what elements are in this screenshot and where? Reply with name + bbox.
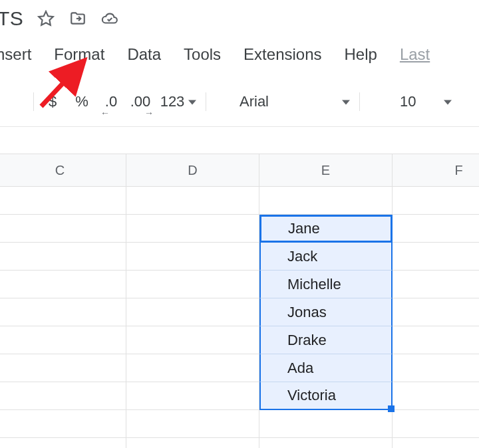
cell[interactable] bbox=[259, 187, 393, 215]
svg-marker-0 bbox=[39, 11, 54, 25]
grid-row bbox=[0, 187, 479, 215]
cell[interactable] bbox=[126, 243, 259, 271]
cell[interactable] bbox=[0, 187, 126, 215]
cell[interactable] bbox=[126, 438, 259, 448]
grid-row: Jack bbox=[0, 243, 479, 271]
fill-handle[interactable] bbox=[388, 405, 395, 412]
grid-row: Michelle bbox=[0, 271, 479, 298]
cell[interactable] bbox=[126, 298, 259, 326]
cell[interactable] bbox=[393, 410, 479, 438]
cell-value: Jonas bbox=[287, 304, 327, 321]
cell[interactable] bbox=[126, 215, 259, 243]
format-currency-button[interactable]: $ bbox=[38, 89, 67, 114]
cell-value: Michelle bbox=[287, 276, 341, 293]
move-to-folder-icon[interactable] bbox=[69, 9, 87, 28]
arrow-left-icon: ← bbox=[100, 108, 110, 118]
grid-row: Victoria bbox=[0, 382, 479, 410]
grid-row bbox=[0, 438, 479, 448]
cell-value: Ada bbox=[287, 360, 313, 377]
font-family-label: Arial bbox=[240, 93, 269, 110]
format-percent-button[interactable]: % bbox=[67, 89, 96, 114]
grid-row: Jane bbox=[0, 215, 479, 243]
arrow-right-icon: → bbox=[144, 108, 154, 118]
cell-value: Victoria bbox=[287, 387, 336, 404]
grid-row bbox=[0, 410, 479, 438]
cell-value: Drake bbox=[287, 332, 327, 349]
toolbar-separator bbox=[33, 92, 34, 111]
menu-extensions[interactable]: Extensions bbox=[243, 45, 321, 64]
cell[interactable]: Drake bbox=[259, 326, 393, 354]
zoom-dropdown[interactable] bbox=[0, 89, 29, 114]
cell[interactable] bbox=[393, 382, 479, 410]
increase-decimal-button[interactable]: .00 → bbox=[126, 89, 155, 114]
cloud-saved-icon[interactable] bbox=[100, 9, 119, 28]
star-icon[interactable] bbox=[37, 9, 55, 28]
column-header[interactable]: F bbox=[393, 154, 479, 187]
menu-insert[interactable]: nsert bbox=[0, 45, 31, 64]
cell[interactable] bbox=[0, 215, 126, 243]
cell[interactable]: Jack bbox=[259, 243, 393, 271]
column-header[interactable]: D bbox=[126, 154, 259, 187]
menu-tools[interactable]: Tools bbox=[184, 45, 221, 64]
grid-row: Ada bbox=[0, 354, 479, 382]
cell[interactable] bbox=[0, 298, 126, 326]
font-size-dropdown[interactable]: 10 bbox=[383, 90, 456, 114]
cell[interactable]: Victoria bbox=[259, 382, 393, 410]
cell[interactable] bbox=[0, 410, 126, 438]
toolbar: $ % .0 ← .00 → 123 Arial 10 bbox=[0, 72, 479, 127]
menu-help[interactable]: Help bbox=[345, 45, 377, 64]
cell[interactable] bbox=[0, 243, 126, 271]
cell[interactable] bbox=[0, 271, 126, 298]
decrease-decimal-button[interactable]: .0 ← bbox=[96, 89, 126, 114]
cell[interactable]: Michelle bbox=[259, 271, 393, 298]
menu-data[interactable]: Data bbox=[127, 45, 161, 64]
cell-value: Jane bbox=[288, 220, 320, 237]
column-header[interactable]: E bbox=[259, 154, 393, 187]
cell[interactable]: Jane bbox=[259, 215, 393, 243]
cell[interactable] bbox=[393, 271, 479, 298]
toolbar-separator bbox=[359, 92, 360, 111]
menubar: nsert Format Data Tools Extensions Help … bbox=[0, 37, 479, 72]
cell[interactable] bbox=[393, 438, 479, 448]
toolbar-separator bbox=[206, 92, 206, 111]
menu-format[interactable]: Format bbox=[54, 45, 104, 64]
spreadsheet-grid: C D E F JaneJackMichelleJonasDrakeAdaVic… bbox=[0, 154, 479, 448]
more-formats-dropdown[interactable]: 123 bbox=[155, 89, 202, 114]
cell-value: Jack bbox=[287, 248, 317, 265]
cell[interactable]: Jonas bbox=[259, 298, 393, 326]
column-headers: C D E F bbox=[0, 154, 479, 187]
cell[interactable] bbox=[126, 382, 259, 410]
more-formats-label: 123 bbox=[160, 93, 185, 110]
grid-row: Jonas bbox=[0, 298, 479, 326]
cell[interactable] bbox=[126, 410, 259, 438]
menu-last-edit[interactable]: Last bbox=[400, 45, 430, 64]
titlebar: TS bbox=[0, 0, 479, 37]
column-header[interactable]: C bbox=[0, 154, 126, 187]
font-family-dropdown[interactable]: Arial bbox=[229, 90, 355, 114]
font-size-label: 10 bbox=[400, 93, 416, 110]
cell[interactable] bbox=[0, 438, 126, 448]
cell[interactable] bbox=[393, 326, 479, 354]
cell[interactable] bbox=[393, 298, 479, 326]
cell[interactable] bbox=[393, 215, 479, 243]
cell[interactable] bbox=[259, 410, 393, 438]
document-title: TS bbox=[0, 7, 23, 30]
cell[interactable] bbox=[0, 382, 126, 410]
cell[interactable] bbox=[393, 243, 479, 271]
cell[interactable] bbox=[0, 326, 126, 354]
cell[interactable] bbox=[259, 438, 393, 448]
cell[interactable] bbox=[126, 354, 259, 382]
cell[interactable] bbox=[126, 187, 259, 215]
cell[interactable] bbox=[393, 354, 479, 382]
cell[interactable]: Ada bbox=[259, 354, 393, 382]
cell[interactable] bbox=[126, 271, 259, 298]
cell[interactable] bbox=[0, 354, 126, 382]
cell[interactable] bbox=[393, 187, 479, 215]
cell[interactable] bbox=[126, 326, 259, 354]
grid-row: Drake bbox=[0, 326, 479, 354]
